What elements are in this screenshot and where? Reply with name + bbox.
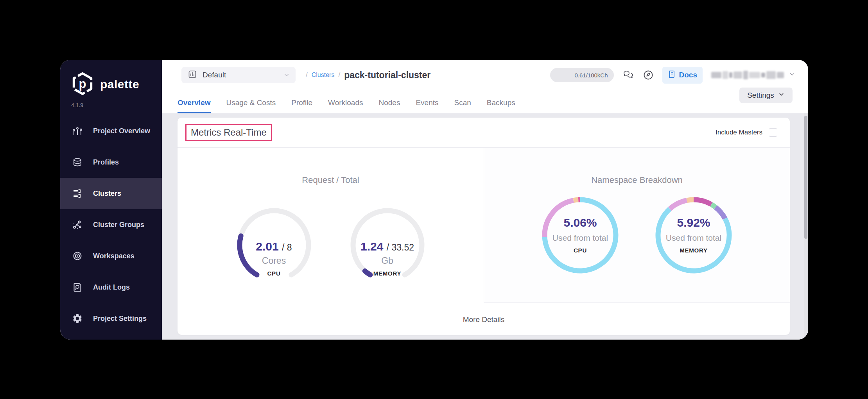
gauge-value: 1.24 / 33.52 xyxy=(349,240,426,253)
sidebar-item-label: Cluster Groups xyxy=(93,221,144,229)
main-area: Default / Clusters / pack-tutorial-clust… xyxy=(162,60,808,340)
bar-chart-icon xyxy=(188,70,197,81)
sidebar-item-label: Clusters xyxy=(93,190,121,198)
namespace-breakdown-panel: Namespace Breakdown 5.06% Used from tota… xyxy=(484,148,790,303)
audit-log-icon xyxy=(72,282,83,293)
tab-nodes[interactable]: Nodes xyxy=(379,98,400,113)
gauge-memory: 1.24 / 33.52 Gb MEMORY xyxy=(349,206,426,284)
tab-scan[interactable]: Scan xyxy=(454,98,471,113)
app-window: p palette 4.1.9 Project OverviewProfiles… xyxy=(60,60,808,340)
tab-overview[interactable]: Overview xyxy=(178,98,211,113)
sidebar-item-label: Audit Logs xyxy=(93,283,130,292)
breadcrumb-separator: / xyxy=(306,71,308,79)
sidebar-item-clusters[interactable]: Clusters xyxy=(60,178,162,209)
tab-bar: OverviewUsage & CostsProfileWorkloadsNod… xyxy=(178,98,515,113)
donuts-row: 5.06% Used from total CPU 5.92% Used fro… xyxy=(484,197,790,274)
book-icon xyxy=(668,70,676,81)
metrics-card-body: Request / Total 2.01 / 8 Cores CPU 1.24 … xyxy=(178,148,790,335)
namespace-breakdown-title: Namespace Breakdown xyxy=(484,175,790,185)
app-name: palette xyxy=(100,78,139,91)
tab-usage-costs[interactable]: Usage & Costs xyxy=(226,98,276,113)
metrics-title-highlight: Metrics Real-Time xyxy=(185,124,272,141)
gauges-row: 2.01 / 8 Cores CPU 1.24 / 33.52 Gb MEMOR… xyxy=(178,206,484,284)
cluster-list-icon xyxy=(72,188,83,199)
gauge-label: MEMORY xyxy=(349,270,426,277)
project-selector-value: Default xyxy=(203,71,226,79)
donut-value: 5.06% xyxy=(542,216,619,229)
network-icon xyxy=(72,219,83,230)
user-name-redacted xyxy=(711,71,784,79)
gauge-cpu: 2.01 / 8 Cores CPU xyxy=(235,206,313,284)
settings-button[interactable]: Settings xyxy=(739,88,793,103)
svg-text:p: p xyxy=(79,77,86,91)
tabs-row: OverviewUsage & CostsProfileWorkloadsNod… xyxy=(162,85,808,113)
sidebar-item-project-overview[interactable]: Project Overview xyxy=(60,115,162,147)
metrics-card: Metrics Real-Time Include Masters Reques… xyxy=(178,118,790,335)
breadcrumb: / Clusters / pack-tutorial-cluster xyxy=(306,70,430,81)
chevron-down-icon xyxy=(283,72,290,79)
docs-button[interactable]: Docs xyxy=(662,67,703,84)
sidebar-item-project-settings[interactable]: Project Settings xyxy=(60,303,162,334)
content-area: Metrics Real-Time Include Masters Reques… xyxy=(162,113,808,340)
topbar-right: 0.61/100kCh xyxy=(550,67,796,84)
topbar-row: Default / Clusters / pack-tutorial-clust… xyxy=(162,60,808,85)
breadcrumb-link-clusters[interactable]: Clusters xyxy=(312,72,335,79)
donut-label: MEMORY xyxy=(655,247,732,254)
app-version: 4.1.9 xyxy=(60,102,162,108)
logo: p palette xyxy=(60,60,162,97)
tab-profile[interactable]: Profile xyxy=(291,98,312,113)
include-masters-checkbox[interactable] xyxy=(769,128,777,137)
sidebar-item-cluster-groups[interactable]: Cluster Groups xyxy=(60,209,162,240)
sidebar-item-audit-logs[interactable]: Audit Logs xyxy=(60,272,162,303)
gear-icon xyxy=(72,313,83,324)
sidebar-item-profiles[interactable]: Profiles xyxy=(60,147,162,178)
docs-label: Docs xyxy=(679,71,697,79)
request-total-title: Request / Total xyxy=(178,175,484,185)
donut-label: CPU xyxy=(542,247,619,254)
breadcrumb-current: pack-tutorial-cluster xyxy=(344,70,430,81)
tab-events[interactable]: Events xyxy=(416,98,438,113)
gauge-value: 2.01 / 8 xyxy=(235,240,313,253)
palette-logo-icon: p xyxy=(70,72,95,97)
gauge-unit: Gb xyxy=(349,256,426,266)
sidebar-item-label: Project Overview xyxy=(93,127,150,135)
layers-icon xyxy=(72,157,83,168)
help-compass-button[interactable] xyxy=(643,70,654,81)
donut-value: 5.92% xyxy=(655,216,732,229)
topbar: Default / Clusters / pack-tutorial-clust… xyxy=(162,60,808,113)
include-masters: Include Masters xyxy=(716,128,777,137)
sidebar-item-label: Workspaces xyxy=(93,252,135,260)
settings-label: Settings xyxy=(747,91,774,100)
usage-quota-pill: 0.61/100kCh xyxy=(550,68,614,82)
breadcrumb-separator: / xyxy=(338,71,340,79)
feedback-chat-button[interactable] xyxy=(622,70,634,81)
sidebar-item-label: Profiles xyxy=(93,158,119,166)
donut-memory: 5.92% Used from total MEMORY xyxy=(655,197,732,274)
metrics-card-header: Metrics Real-Time Include Masters xyxy=(178,118,790,148)
orbit-icon xyxy=(72,250,83,261)
request-total-panel: Request / Total 2.01 / 8 Cores CPU 1.24 … xyxy=(178,148,484,303)
chevron-down-icon xyxy=(778,91,785,100)
chart-icon xyxy=(72,125,83,136)
sidebar: p palette 4.1.9 Project OverviewProfiles… xyxy=(60,60,162,340)
gauge-unit: Cores xyxy=(235,256,313,266)
gauge-label: CPU xyxy=(235,270,313,277)
sidebar-nav: Project OverviewProfilesClustersCluster … xyxy=(60,115,162,334)
donut-subtitle: Used from total xyxy=(655,233,732,243)
tab-workloads[interactable]: Workloads xyxy=(328,98,363,113)
project-selector[interactable]: Default xyxy=(181,67,296,83)
donut-subtitle: Used from total xyxy=(542,233,619,243)
metrics-title: Metrics Real-Time xyxy=(191,127,267,138)
include-masters-label: Include Masters xyxy=(716,129,762,136)
chevron-down-icon xyxy=(789,71,796,79)
donut-cpu: 5.06% Used from total CPU xyxy=(542,197,619,274)
scrollbar-thumb[interactable] xyxy=(804,116,807,239)
tab-backups[interactable]: Backups xyxy=(487,98,515,113)
sidebar-item-workspaces[interactable]: Workspaces xyxy=(60,240,162,272)
sidebar-item-label: Project Settings xyxy=(93,315,147,323)
more-details-button[interactable]: More Details xyxy=(453,315,515,328)
user-menu[interactable] xyxy=(711,71,796,79)
scrollbar-track xyxy=(804,113,808,340)
